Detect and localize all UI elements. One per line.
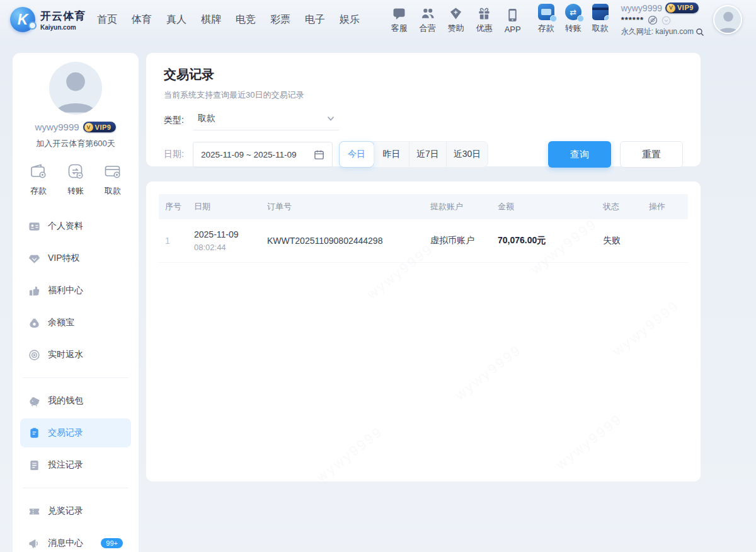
nav-item-esports[interactable]: 电竞 (236, 13, 256, 26)
sidebar-item-transactions[interactable]: 交易记录 (20, 418, 131, 447)
sidebar-item-prizes[interactable]: 兑奖记录 (20, 497, 131, 526)
calendar-icon (314, 149, 324, 160)
eye-off-icon[interactable] (648, 15, 658, 25)
date-range-input[interactable]: 2025-11-09 ~ 2025-11-09 (193, 142, 333, 168)
sidebar-avatar[interactable] (49, 62, 102, 115)
promotions-button[interactable]: 优惠 (476, 5, 493, 34)
withdraw-label: 取款 (592, 23, 609, 34)
range-yesterday-button[interactable]: 昨日 (374, 142, 409, 167)
sidebar-transfer-button[interactable]: 转账 (66, 162, 85, 197)
wallet-outline-icon (29, 162, 48, 181)
row-date: 2025-11-09 (194, 229, 267, 239)
nav-item-lottery[interactable]: 彩票 (270, 13, 290, 26)
col-index: 序号 (165, 201, 194, 212)
type-select-value: 取款 (198, 113, 215, 124)
withdraw-button[interactable]: 取款 (592, 5, 609, 34)
sidebar-item-messages[interactable]: 消息中心 99+ (20, 529, 131, 552)
sidebar-deposit-button[interactable]: 存款 (29, 162, 48, 197)
app-download-button[interactable]: APP (505, 7, 521, 34)
promotions-label: 优惠 (476, 23, 493, 34)
user-avatar[interactable] (713, 5, 742, 34)
search-button[interactable]: 查询 (548, 141, 611, 168)
sidebar-item-profile[interactable]: 个人资料 (20, 212, 131, 241)
nav-item-chess[interactable]: 棋牌 (201, 13, 221, 26)
magnifier-icon[interactable] (696, 28, 704, 37)
deposit-label: 存款 (538, 23, 554, 34)
row-time: 08:02:44 (194, 243, 267, 252)
col-date: 日期 (194, 201, 267, 212)
transaction-record-icon (28, 427, 40, 439)
withdraw-icon (592, 5, 609, 20)
rebate-target-icon (28, 349, 40, 361)
nav-item-home[interactable]: 首页 (97, 13, 117, 26)
partner-button[interactable]: 合营 (420, 5, 436, 34)
profile-sidebar: wywy9999 V VIP9 加入开云体育第600天 存款 转账 取款 个人资… (13, 53, 139, 552)
nav-item-slots[interactable]: 电子 (305, 13, 325, 26)
col-action: 操作 (649, 201, 682, 212)
customer-service-button[interactable]: 客服 (391, 5, 408, 34)
exchange-outline-icon (66, 162, 85, 181)
user-info-block: wywy9999 V VIP9 ****** 永久网址: kaiyun.com (621, 2, 704, 38)
sponsor-button[interactable]: 赞助 (448, 5, 464, 34)
top-navigation-bar: K 开云体育 Kaiyun.com 首页 体育 真人 棋牌 电竞 彩票 电子 娱… (0, 0, 756, 39)
transfer-button[interactable]: ⇄ 转账 (565, 5, 581, 34)
table-row[interactable]: 1 2025-11-09 08:02:44 KWWT20251109080244… (159, 219, 688, 263)
bet-record-icon (28, 459, 40, 471)
row-status: 失败 (603, 235, 649, 246)
sidebar-item-yuebao[interactable]: 余额宝 (20, 308, 131, 337)
gift-icon (478, 5, 491, 20)
brand-name: 开云体育 (40, 9, 86, 23)
vip-emblem-icon: V (667, 4, 675, 13)
brand-logo[interactable]: K 开云体育 Kaiyun.com (10, 7, 86, 32)
date-range-value: 2025-11-09 ~ 2025-11-09 (201, 150, 297, 159)
col-status: 状态 (603, 201, 649, 212)
range-7days-button[interactable]: 近7日 (409, 142, 446, 167)
sidebar-item-benefits[interactable]: 福利中心 (20, 276, 131, 305)
nav-item-entertainment[interactable]: 娱乐 (340, 13, 360, 26)
type-filter-label: 类型: (164, 115, 193, 126)
main-content: 交易记录 当前系统支持查询最近30日的交易记录 类型: 取款 日期: 2025-… (146, 53, 701, 481)
transfer-label: 转账 (565, 23, 581, 34)
membership-days-text: 加入开云体育第600天 (20, 138, 131, 149)
megaphone-icon (28, 538, 40, 549)
sidebar-item-vip[interactable]: VIP特权 (20, 244, 131, 273)
deposit-button[interactable]: 存款 (538, 5, 554, 34)
watermark-text: wywy9999 (553, 411, 626, 473)
sponsor-badge-icon (449, 5, 462, 20)
sidebar-withdraw-button[interactable]: 取款 (103, 162, 122, 197)
watermark-text: wywy9999 (452, 342, 525, 404)
sidebar-item-bets[interactable]: 投注记录 (20, 451, 131, 480)
type-select[interactable]: 取款 (193, 110, 339, 130)
sidebar-item-rebate[interactable]: 实时返水 (20, 340, 131, 369)
nav-item-live[interactable]: 真人 (166, 13, 186, 26)
nav-item-sports[interactable]: 体育 (132, 13, 152, 26)
permanent-url-text: 永久网址: kaiyun.com (621, 26, 694, 37)
range-30days-button[interactable]: 近30日 (446, 142, 488, 167)
chevron-circle-icon[interactable] (662, 16, 671, 25)
sidebar-item-wallet[interactable]: 我的钱包 (20, 386, 131, 415)
row-amount: 70,076.00元 (498, 235, 603, 246)
money-pouch-icon (28, 317, 40, 329)
sponsor-label: 赞助 (448, 23, 464, 34)
vip-badge: V VIP9 (665, 3, 699, 13)
sidebar-username: wywy9999 (35, 122, 79, 132)
reset-button[interactable]: 重置 (620, 141, 683, 168)
records-table-card: 序号 日期 订单号 提款账户 金额 状态 操作 1 2025-11-09 08:… (146, 181, 701, 481)
watermark-text: wywy9999 (609, 297, 682, 360)
username-text: wywy9999 (621, 2, 662, 14)
sidebar-divider (23, 488, 129, 488)
unread-count-badge: 99+ (101, 538, 123, 548)
sidebar-menu: 个人资料 VIP特权 福利中心 余额宝 实时返水 我的钱包 交易记录 (20, 212, 131, 552)
page-subtitle: 当前系统支持查询最近30日的交易记录 (164, 89, 683, 101)
table-header-row: 序号 日期 订单号 提款账户 金额 状态 操作 (159, 194, 688, 219)
sidebar-withdraw-label: 取款 (105, 185, 121, 197)
chevron-down-icon (326, 114, 335, 123)
range-today-button[interactable]: 今日 (339, 141, 374, 168)
ticket-icon (28, 505, 40, 517)
customer-service-label: 客服 (391, 23, 408, 34)
row-datetime: 2025-11-09 08:02:44 (194, 229, 267, 252)
row-account: 虚拟币账户 (430, 235, 498, 246)
sidebar-divider (23, 377, 129, 378)
app-label: APP (505, 25, 521, 34)
row-index: 1 (165, 236, 194, 246)
